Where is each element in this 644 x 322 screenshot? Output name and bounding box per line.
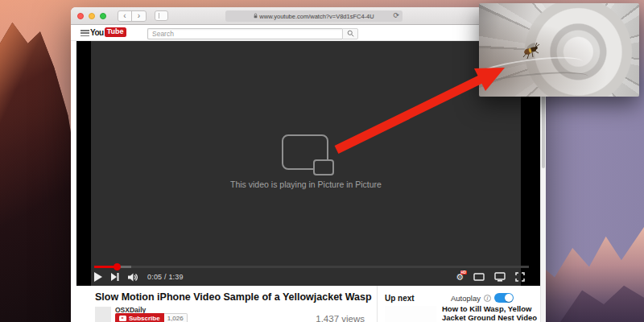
youtube-logo-tube: Tube: [105, 27, 126, 37]
pip-status-message: This video is playing in Picture in Pict…: [185, 180, 427, 189]
pip-placeholder-small-screen-icon: [313, 159, 334, 175]
pip-window[interactable]: [479, 3, 639, 97]
lock-icon: [254, 13, 258, 19]
play-button[interactable]: [94, 272, 102, 282]
progress-bar[interactable]: [94, 266, 529, 268]
youtube-header: You Tube: [71, 25, 546, 41]
close-window-button[interactable]: [77, 13, 84, 19]
url-text: www.youtube.com/watch?v=V8d1sFC4-4U: [259, 13, 374, 20]
fullscreen-icon[interactable]: [515, 272, 525, 282]
sidebar-divider: [377, 286, 378, 322]
volume-button[interactable]: [128, 273, 138, 282]
browser-window: ‹ › www.youtube.com/watch?v=V8d1sFC4-4U …: [71, 7, 546, 322]
time-display: 0:05 / 1:39: [147, 273, 184, 281]
autoplay-info-icon[interactable]: i: [484, 295, 491, 302]
video-area[interactable]: This video is playing in Picture in Pict…: [91, 41, 521, 286]
settings-gear-icon[interactable]: ⚙ HD: [456, 273, 464, 282]
reload-icon[interactable]: ⟳: [393, 11, 399, 19]
player-controls-left: 0:05 / 1:39: [94, 272, 184, 282]
search-button[interactable]: [342, 28, 358, 39]
play-on-tv-icon[interactable]: [494, 272, 506, 282]
progress-scrubber[interactable]: [114, 263, 121, 270]
subscribe-row: Subscribe 1,026: [115, 313, 188, 322]
subscribe-button[interactable]: Subscribe: [115, 313, 164, 322]
subscribe-label: Subscribe: [129, 315, 160, 322]
video-player[interactable]: This video is playing in Picture in Pict…: [76, 41, 541, 286]
up-next-heading: Up next: [385, 294, 415, 303]
subscribe-logo-icon: [119, 316, 126, 321]
sidebar-toggle-button[interactable]: [155, 10, 168, 21]
channel-avatar[interactable]: [95, 307, 111, 322]
autoplay-label: Autoplay: [451, 294, 481, 303]
next-button[interactable]: [111, 273, 119, 281]
address-bar[interactable]: www.youtube.com/watch?v=V8d1sFC4-4U ⟳: [225, 10, 402, 22]
zoom-window-button[interactable]: [100, 13, 106, 19]
subscriber-count: 1,026: [164, 313, 188, 322]
youtube-logo[interactable]: You Tube: [90, 27, 126, 37]
hd-badge: HD: [460, 270, 468, 275]
autoplay-toggle[interactable]: [494, 293, 514, 303]
browser-titlebar[interactable]: ‹ › www.youtube.com/watch?v=V8d1sFC4-4U …: [71, 7, 546, 25]
wasp-in-glass: [519, 40, 543, 61]
search-input[interactable]: [147, 28, 342, 39]
suggested-video-title[interactable]: How to Kill Wasp, Yellow Jacket Ground N…: [442, 305, 540, 322]
youtube-logo-you: You: [90, 28, 104, 37]
autoplay-row: Autoplay i: [451, 293, 514, 303]
view-count: 1,437 views: [316, 314, 365, 322]
search-box: [147, 28, 358, 39]
autoplay-toggle-knob: [505, 294, 513, 302]
forward-button[interactable]: ›: [132, 11, 146, 21]
miniplayer-icon[interactable]: [473, 273, 485, 281]
video-title: Slow Motion iPhone Video Sample of a Yel…: [95, 291, 372, 303]
hamburger-menu-icon[interactable]: [80, 30, 89, 36]
search-icon: [347, 30, 354, 37]
minimize-window-button[interactable]: [89, 13, 95, 19]
desktop: ‹ › www.youtube.com/watch?v=V8d1sFC4-4U …: [0, 0, 644, 322]
back-button[interactable]: ‹: [118, 11, 132, 21]
player-controls-right: ⚙ HD: [456, 272, 525, 282]
watch-page-content: Slow Motion iPhone Video Sample of a Yel…: [71, 286, 546, 322]
nav-buttons: ‹ ›: [118, 10, 147, 22]
suggested-video-thumbnail[interactable]: [385, 306, 436, 322]
